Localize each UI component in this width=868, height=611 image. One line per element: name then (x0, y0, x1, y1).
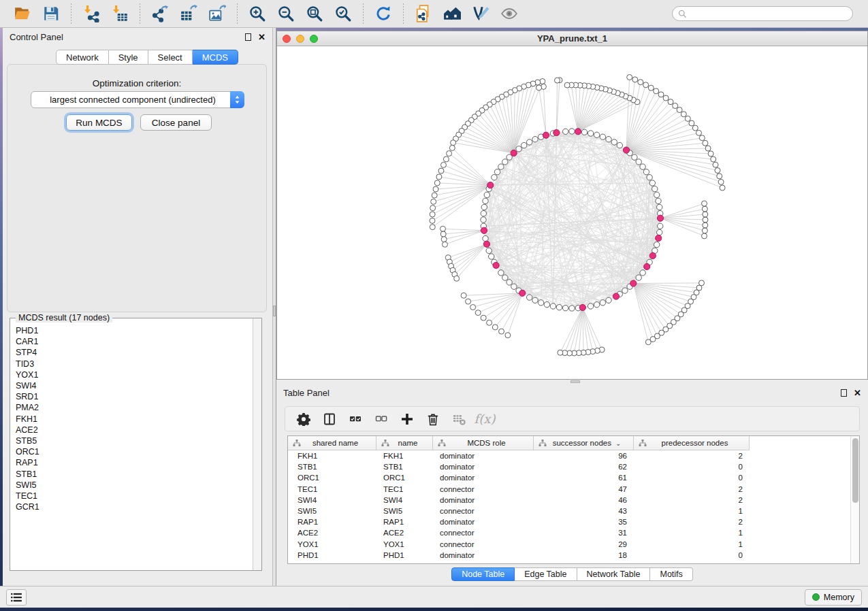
optimization-criterion-label: Optimization criterion: (7, 78, 266, 88)
close-panel-icon[interactable]: ✕ (258, 33, 266, 42)
tab-edge-table[interactable]: Edge Table (515, 567, 577, 581)
delete-row-icon[interactable] (424, 410, 442, 428)
cell-successor-nodes: 61 (534, 472, 634, 483)
open-folder-icon[interactable] (12, 3, 33, 24)
splitter-grip[interactable] (570, 380, 580, 383)
mcds-result-item[interactable]: FKH1 (16, 414, 252, 425)
tab-style[interactable]: Style (109, 50, 148, 65)
select-all-icon[interactable] (347, 410, 364, 428)
tab-node-table[interactable]: Node Table (451, 567, 515, 581)
toolbar-separator (140, 3, 140, 24)
column-header-predecessor-nodes[interactable]: predecessor nodes (634, 436, 750, 450)
cell-predecessor-nodes: 0 (634, 461, 750, 472)
float-panel-icon[interactable] (245, 33, 251, 41)
share-document-icon[interactable] (413, 3, 434, 24)
splitter-grip[interactable] (273, 306, 276, 316)
mcds-result-item[interactable]: SWI4 (16, 380, 252, 391)
close-panel-button[interactable]: Close panel (140, 114, 212, 131)
zoom-in-icon[interactable] (247, 3, 268, 24)
table-row[interactable]: RAP1RAP1dominator352 (288, 516, 750, 527)
memory-button[interactable]: Memory (805, 589, 862, 606)
table-row[interactable]: ORC1ORC1dominator610 (288, 472, 750, 483)
zoom-fit-icon[interactable] (304, 3, 325, 24)
table-row[interactable]: PHD1PHD1dominator180 (288, 550, 750, 561)
zoom-out-icon[interactable] (276, 3, 296, 24)
table-row[interactable]: TEC1TEC1connector472 (288, 484, 750, 495)
cell-shared-name: ORC1 (288, 472, 376, 483)
mcds-result-item[interactable]: ORC1 (16, 446, 252, 457)
curved-v-icon[interactable] (470, 3, 491, 24)
criterion-dropdown[interactable]: largest connected component (undirected) (31, 91, 244, 108)
toolbar-separator (363, 3, 364, 24)
column-header-MCDS-role[interactable]: MCDS role (433, 436, 534, 450)
export-table-icon[interactable] (178, 3, 199, 24)
mcds-result-item[interactable]: PMA2 (16, 402, 252, 413)
columns-icon[interactable] (321, 410, 338, 428)
mcds-result-item[interactable]: YOX1 (16, 369, 252, 380)
search-input[interactable] (687, 7, 847, 20)
tab-motifs[interactable]: Motifs (650, 567, 692, 581)
refresh-icon[interactable] (373, 3, 393, 24)
table-row[interactable]: STB1STB1dominator620 (288, 461, 750, 472)
mcds-result-item[interactable]: STB1 (16, 469, 252, 480)
cell-successor-nodes: 96 (534, 450, 634, 461)
mcds-result-item[interactable]: ACE2 (16, 425, 252, 435)
export-image-icon[interactable] (207, 3, 227, 24)
table-row[interactable]: SWI4SWI4dominator462 (288, 495, 750, 506)
control-panel-tabs: NetworkStyleSelectMCDS (56, 50, 238, 65)
mcds-result-item[interactable]: CAR1 (16, 336, 252, 347)
mcds-result-item[interactable]: TID3 (16, 359, 252, 369)
toolbar-separator (71, 3, 71, 24)
column-header-successor-nodes[interactable]: successor nodes⌄ (534, 436, 634, 450)
cell-shared-name: SWI5 (288, 506, 376, 516)
cell-MCDS-role: dominator (433, 472, 534, 483)
tab-select[interactable]: Select (148, 50, 193, 65)
gear-icon[interactable] (295, 410, 312, 428)
table-scrollbar[interactable] (850, 436, 859, 563)
search-box[interactable] (672, 6, 853, 21)
task-history-button[interactable] (6, 589, 27, 606)
table-row[interactable]: ACE2ACE2connector311 (288, 527, 750, 538)
cell-name: PHD1 (376, 550, 433, 561)
float-panel-icon[interactable] (841, 389, 847, 397)
mcds-result-item[interactable]: SWI5 (16, 480, 252, 491)
run-mcds-button[interactable]: Run MCDS (66, 114, 132, 131)
mcds-result-item[interactable]: TEC1 (16, 491, 252, 501)
column-header-shared-name[interactable]: shared name (288, 436, 376, 450)
close-panel-icon[interactable]: ✕ (854, 389, 861, 397)
network-window-titlebar[interactable]: YPA_prune.txt_1 (277, 31, 867, 46)
import-table-icon[interactable] (110, 3, 130, 24)
add-row-icon[interactable] (398, 410, 416, 428)
cell-MCDS-role: dominator (433, 516, 534, 527)
tab-network[interactable]: Network (56, 50, 109, 65)
tab-mcds[interactable]: MCDS (193, 50, 238, 65)
zoom-selected-icon[interactable] (333, 3, 353, 24)
mcds-result-item[interactable]: SRD1 (16, 391, 252, 402)
export-network-icon[interactable] (150, 3, 170, 24)
tab-network-table[interactable]: Network Table (577, 567, 651, 581)
column-header-name[interactable]: name (376, 436, 433, 450)
eye-icon[interactable] (499, 3, 519, 24)
mcds-result-item[interactable]: STP4 (16, 347, 252, 358)
cell-successor-nodes: 43 (534, 506, 634, 516)
table-row[interactable]: SWI5SWI5connector431 (288, 506, 750, 516)
table-toolbar: f(x) (285, 406, 860, 431)
cell-MCDS-role: connector (433, 484, 534, 495)
save-icon[interactable] (41, 3, 61, 24)
cell-name: ORC1 (376, 472, 433, 483)
table-row[interactable]: FKH1FKH1dominator962 (288, 450, 750, 461)
scrollbar-thumb[interactable] (852, 438, 858, 503)
result-scrollbar[interactable] (253, 318, 261, 570)
mcds-result-list[interactable]: PHD1CAR1STP4TID3YOX1SWI4SRD1PMA2FKH1ACE2… (11, 323, 252, 569)
table-row[interactable]: YOX1YOX1connector291 (288, 539, 750, 550)
cell-shared-name: SWI4 (288, 495, 376, 506)
mcds-result-item[interactable]: RAP1 (16, 457, 252, 468)
mcds-result-item[interactable]: GCR1 (16, 501, 252, 512)
cell-predecessor-nodes: 1 (634, 527, 750, 538)
network-canvas[interactable] (277, 47, 867, 379)
mcds-result-item[interactable]: STB5 (16, 435, 252, 446)
houses-icon[interactable] (442, 3, 462, 24)
mcds-result-item[interactable]: PHD1 (16, 325, 252, 336)
deselect-all-icon[interactable] (372, 410, 390, 428)
import-network-icon[interactable] (81, 3, 101, 24)
